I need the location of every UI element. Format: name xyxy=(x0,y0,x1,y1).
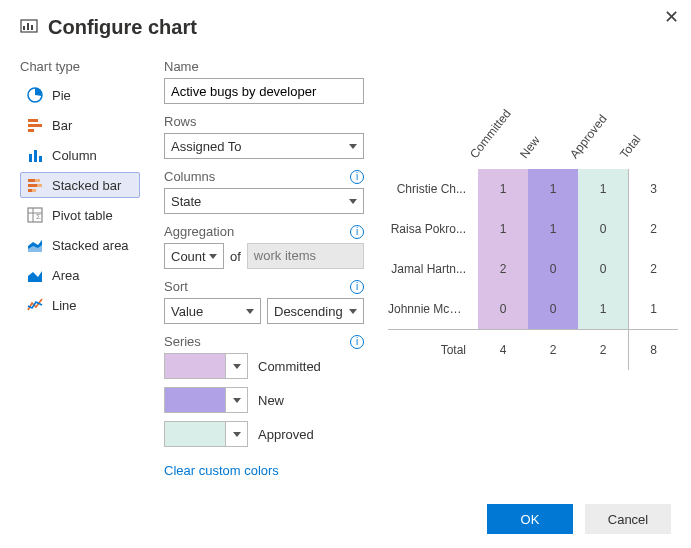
chart-type-area[interactable]: Area xyxy=(20,262,140,288)
preview-cell: 2 xyxy=(628,249,678,289)
chevron-down-icon xyxy=(246,309,254,314)
info-icon[interactable]: i xyxy=(350,335,364,349)
preview-row-name: Johnnie McL... xyxy=(388,302,478,316)
preview-total-cell: 8 xyxy=(628,330,678,370)
preview-column-header: Total xyxy=(617,113,659,161)
chart-type-label-text: Stacked bar xyxy=(52,178,121,193)
chevron-down-icon xyxy=(349,309,357,314)
series-color-swatch[interactable] xyxy=(164,387,226,413)
svg-text:Σ: Σ xyxy=(36,212,41,221)
preview-cell: 1 xyxy=(628,289,678,329)
pivot-table-icon: Σ xyxy=(26,206,44,224)
chart-type-stacked-area[interactable]: Stacked area xyxy=(20,232,140,258)
aggregation-target: work items xyxy=(247,243,364,269)
series-row: Approved xyxy=(164,421,364,447)
chart-type-column[interactable]: Column xyxy=(20,142,140,168)
chart-type-label-text: Stacked area xyxy=(52,238,129,253)
chart-type-label: Chart type xyxy=(20,59,140,74)
ok-button[interactable]: OK xyxy=(487,504,573,534)
cancel-button[interactable]: Cancel xyxy=(585,504,671,534)
sort-dir-select[interactable]: Descending xyxy=(267,298,364,324)
chart-type-bar[interactable]: Bar xyxy=(20,112,140,138)
rows-select[interactable]: Assigned To xyxy=(164,133,364,159)
preview-row-name: Christie Ch... xyxy=(388,182,478,196)
chart-type-stacked-bar[interactable]: Stacked bar xyxy=(20,172,140,198)
series-color-swatch[interactable] xyxy=(164,421,226,447)
preview-row: Raisa Pokro...1102 xyxy=(388,209,678,249)
name-label: Name xyxy=(164,59,364,74)
preview-cell: 0 xyxy=(578,249,628,289)
svg-rect-1 xyxy=(23,26,25,30)
chart-type-label-text: Pie xyxy=(52,88,71,103)
svg-rect-11 xyxy=(28,179,35,182)
series-row: New xyxy=(164,387,364,413)
stacked-area-icon xyxy=(26,236,44,254)
preview-cell: 0 xyxy=(528,289,578,329)
preview-total-row: Total4228 xyxy=(388,329,678,369)
aggregation-label: Aggregation i xyxy=(164,224,364,239)
configure-chart-dialog: ✕ Configure chart Chart type Pie Bar Col… xyxy=(0,0,691,538)
info-icon[interactable]: i xyxy=(350,170,364,184)
chart-config-icon xyxy=(20,17,38,38)
chevron-down-icon xyxy=(349,144,357,149)
dialog-header: Configure chart xyxy=(20,16,671,39)
preview-total-cell: 2 xyxy=(578,330,628,370)
preview-row: Christie Ch...1113 xyxy=(388,169,678,209)
series-label-text: Approved xyxy=(258,427,314,442)
series-color-dropdown[interactable] xyxy=(226,421,248,447)
columns-select[interactable]: State xyxy=(164,188,364,214)
chart-type-panel: Chart type Pie Bar Column Stacked bar Σ … xyxy=(20,59,140,322)
chevron-down-icon xyxy=(349,199,357,204)
sort-by-select[interactable]: Value xyxy=(164,298,261,324)
svg-rect-6 xyxy=(28,124,42,127)
svg-rect-16 xyxy=(32,189,36,192)
series-color-dropdown[interactable] xyxy=(226,353,248,379)
column-icon xyxy=(26,146,44,164)
chevron-down-icon xyxy=(209,254,217,259)
preview-cell: 0 xyxy=(578,209,628,249)
preview-total-cell: 4 xyxy=(478,330,528,370)
preview-cell: 2 xyxy=(478,249,528,289)
preview-total-cell: 2 xyxy=(528,330,578,370)
preview-cell: 0 xyxy=(478,289,528,329)
series-color-swatch[interactable] xyxy=(164,353,226,379)
area-icon xyxy=(26,266,44,284)
chart-preview: CommittedNewApprovedTotal Christie Ch...… xyxy=(388,59,678,369)
preview-cell: 1 xyxy=(578,169,628,209)
svg-rect-12 xyxy=(35,179,40,182)
svg-rect-9 xyxy=(34,150,37,162)
chart-type-label-text: Line xyxy=(52,298,77,313)
chart-type-pivot-table[interactable]: Σ Pivot table xyxy=(20,202,140,228)
preview-column-header: Approved xyxy=(567,113,609,161)
series-label-text: Committed xyxy=(258,359,321,374)
svg-rect-2 xyxy=(27,23,29,30)
aggregation-select[interactable]: Count xyxy=(164,243,224,269)
svg-rect-13 xyxy=(28,184,37,187)
series-color-dropdown[interactable] xyxy=(226,387,248,413)
preview-row-name: Jamal Hartn... xyxy=(388,262,478,276)
preview-cell: 3 xyxy=(628,169,678,209)
line-icon xyxy=(26,296,44,314)
info-icon[interactable]: i xyxy=(350,225,364,239)
clear-custom-colors-link[interactable]: Clear custom colors xyxy=(164,463,279,478)
chart-type-pie[interactable]: Pie xyxy=(20,82,140,108)
bar-icon xyxy=(26,116,44,134)
series-label-text: New xyxy=(258,393,284,408)
preview-row: Jamal Hartn...2002 xyxy=(388,249,678,289)
close-icon[interactable]: ✕ xyxy=(664,8,679,26)
preview-total-label: Total xyxy=(388,343,478,357)
dialog-footer: OK Cancel xyxy=(487,504,671,534)
preview-cell: 1 xyxy=(478,169,528,209)
chevron-down-icon xyxy=(233,432,241,437)
chart-type-label-text: Area xyxy=(52,268,79,283)
chart-type-line[interactable]: Line xyxy=(20,292,140,318)
svg-rect-5 xyxy=(28,119,38,122)
preview-cell: 1 xyxy=(528,169,578,209)
sort-label: Sort i xyxy=(164,279,364,294)
stacked-bar-icon xyxy=(26,176,44,194)
columns-label: Columns i xyxy=(164,169,364,184)
preview-cell: 1 xyxy=(478,209,528,249)
svg-rect-3 xyxy=(31,25,33,30)
info-icon[interactable]: i xyxy=(350,280,364,294)
name-input[interactable] xyxy=(164,78,364,104)
